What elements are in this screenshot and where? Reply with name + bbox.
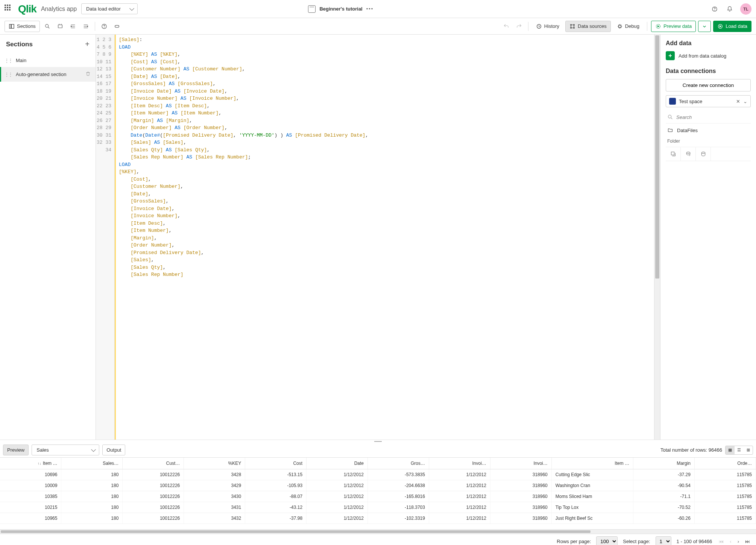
table-row[interactable]: 10696180100122263428-513.151/12/2012-573… bbox=[0, 469, 756, 480]
debug-button[interactable]: Debug bbox=[613, 21, 643, 32]
svg-point-1 bbox=[715, 10, 715, 11]
resize-handle[interactable] bbox=[0, 440, 756, 443]
mode-dropdown[interactable]: Data load editor bbox=[81, 3, 138, 14]
redo-icon[interactable] bbox=[514, 21, 524, 32]
column-header[interactable]: Margin bbox=[633, 458, 695, 469]
rows-per-page-label: Rows per page: bbox=[557, 539, 591, 544]
table-cell: 318960 bbox=[490, 513, 551, 524]
table-row[interactable]: 10215180100122263431-43.121/12/2012-118.… bbox=[0, 502, 756, 513]
indent-icon[interactable] bbox=[68, 21, 78, 32]
table-cell: 180 bbox=[61, 469, 123, 480]
insert-script-icon[interactable] bbox=[681, 147, 696, 161]
vertical-scrollbar[interactable] bbox=[654, 35, 660, 440]
drag-handle-icon[interactable]: ⋮⋮ bbox=[5, 72, 12, 77]
table-cell: 1/12/2012 bbox=[429, 491, 490, 502]
svg-point-4 bbox=[46, 24, 49, 27]
table-cell: 115785 bbox=[694, 491, 756, 502]
table-cell: 180 bbox=[61, 502, 123, 513]
help-icon[interactable] bbox=[710, 5, 719, 14]
create-connection-button[interactable]: Create new connection bbox=[666, 79, 751, 91]
table-cell: Cutting Edge Slic bbox=[551, 469, 633, 480]
select-data-icon[interactable] bbox=[666, 147, 681, 161]
load-data-button[interactable]: Load data bbox=[713, 21, 751, 32]
data-sources-button[interactable]: Data sources bbox=[565, 21, 611, 32]
table-cell: -71.1 bbox=[633, 491, 695, 502]
preview-data-button[interactable]: Preview data bbox=[651, 21, 696, 32]
drag-handle-icon[interactable]: ⋮⋮ bbox=[5, 58, 12, 63]
select-page-label: Select page: bbox=[623, 539, 650, 544]
column-header[interactable]: Item … bbox=[551, 458, 633, 469]
space-icon bbox=[669, 98, 676, 105]
table-cell: -573.3835 bbox=[368, 469, 429, 480]
column-header[interactable]: Gros… bbox=[368, 458, 429, 469]
tag-icon[interactable] bbox=[112, 21, 122, 32]
outdent-icon[interactable] bbox=[80, 21, 91, 32]
history-button[interactable]: History bbox=[532, 21, 563, 32]
column-header[interactable]: ↑↓Item … bbox=[0, 458, 61, 469]
output-tab[interactable]: Output bbox=[102, 445, 125, 455]
section-item-auto[interactable]: ⋮⋮ Auto-generated section bbox=[0, 67, 96, 82]
search-icon[interactable] bbox=[42, 21, 53, 32]
table-cell: Tip Top Lox bbox=[551, 502, 633, 513]
preview-dropdown-button[interactable] bbox=[698, 21, 711, 32]
last-page-icon[interactable]: ⏭ bbox=[744, 537, 751, 545]
undo-icon[interactable] bbox=[501, 21, 512, 32]
sections-button[interactable]: Sections bbox=[5, 21, 40, 32]
svg-rect-2 bbox=[9, 24, 11, 28]
column-header[interactable]: Date bbox=[307, 458, 368, 469]
prev-page-icon[interactable]: ‹ bbox=[728, 537, 733, 545]
table-row[interactable]: 10385180100122263430-88.071/12/2012-165.… bbox=[0, 491, 756, 502]
column-header[interactable]: Invoi… bbox=[429, 458, 490, 469]
table-cell: 1/12/2012 bbox=[307, 469, 368, 480]
table-cell: -118.3703 bbox=[368, 502, 429, 513]
folder-name: DataFiles bbox=[677, 128, 698, 133]
table-cell: -37.98 bbox=[245, 513, 307, 524]
page-select[interactable]: 1 bbox=[656, 536, 671, 545]
preview-tab[interactable]: Preview bbox=[3, 445, 29, 455]
table-cell: 1/12/2012 bbox=[307, 480, 368, 491]
add-section-button[interactable]: + bbox=[85, 40, 90, 49]
space-select[interactable]: Test space ✕ ⌄ bbox=[666, 95, 751, 107]
svg-point-14 bbox=[618, 25, 621, 27]
table-select-dropdown[interactable]: Sales bbox=[32, 445, 99, 455]
more-icon[interactable]: ••• bbox=[366, 6, 374, 12]
table-cell: 10012226 bbox=[123, 502, 184, 513]
avatar[interactable]: TL bbox=[740, 3, 751, 15]
clear-icon[interactable]: ✕ bbox=[736, 99, 740, 104]
table-row[interactable]: 10009180100122263429-105.931/12/2012-204… bbox=[0, 480, 756, 491]
add-from-catalog-button[interactable]: + Add from data catalog bbox=[666, 51, 751, 60]
app-launcher-icon[interactable] bbox=[5, 5, 14, 14]
chevron-down-icon[interactable]: ⌄ bbox=[743, 99, 747, 104]
view-list-icon[interactable]: ☰ bbox=[735, 446, 744, 454]
comment-icon[interactable] bbox=[55, 21, 65, 32]
column-header[interactable]: Cust… bbox=[123, 458, 184, 469]
svg-rect-5 bbox=[58, 25, 62, 28]
column-header[interactable]: Orde… bbox=[694, 458, 756, 469]
next-page-icon[interactable]: › bbox=[736, 537, 741, 545]
column-header[interactable]: Cost bbox=[245, 458, 307, 469]
section-item-main[interactable]: ⋮⋮ Main bbox=[0, 54, 96, 67]
column-header[interactable]: %KEY bbox=[184, 458, 245, 469]
table-cell: 10696 bbox=[0, 469, 61, 480]
table-cell: 115785 bbox=[694, 480, 756, 491]
connection-search-input[interactable] bbox=[676, 114, 749, 120]
edit-connection-icon[interactable] bbox=[696, 147, 711, 161]
code-editor[interactable]: [Sales]: LOAD [%KEY] AS [%KEY], [Cost] A… bbox=[115, 35, 654, 440]
view-grid-icon[interactable]: ⊞ bbox=[744, 446, 753, 454]
datafiles-folder[interactable]: DataFiles bbox=[666, 123, 751, 137]
first-page-icon[interactable]: ⏮ bbox=[717, 537, 725, 545]
trash-icon[interactable] bbox=[85, 71, 91, 78]
rows-per-page-select[interactable]: 100 bbox=[596, 536, 618, 545]
svg-point-7 bbox=[104, 27, 105, 28]
table-cell: -88.07 bbox=[245, 491, 307, 502]
svg-rect-18 bbox=[671, 152, 674, 155]
column-header[interactable]: Invoi… bbox=[490, 458, 551, 469]
horizontal-scrollbar[interactable] bbox=[0, 529, 756, 534]
help-toolbar-icon[interactable] bbox=[99, 21, 109, 32]
view-table-icon[interactable]: ▦ bbox=[726, 446, 735, 454]
table-row[interactable]: 10965180100122263432-37.981/12/2012-102.… bbox=[0, 513, 756, 524]
sections-title: Sections bbox=[6, 41, 33, 48]
search-icon bbox=[667, 114, 673, 120]
bell-icon[interactable] bbox=[725, 5, 734, 14]
column-header[interactable]: Sales… bbox=[61, 458, 123, 469]
